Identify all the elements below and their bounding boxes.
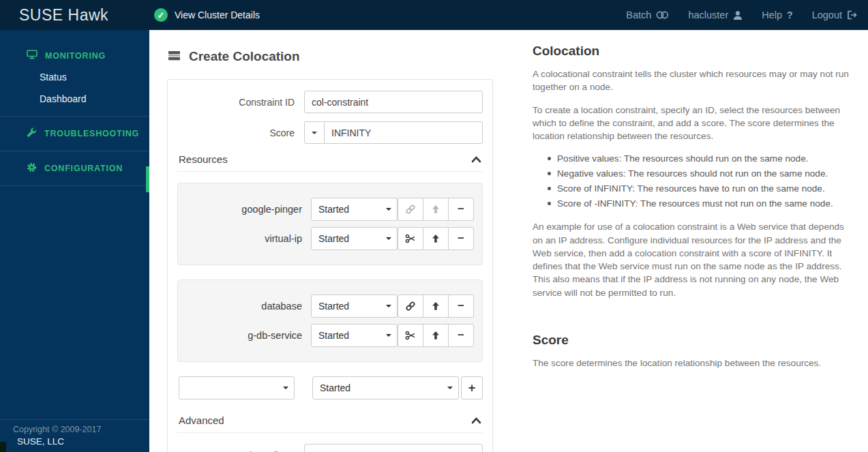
- sidebar-footer: Copyright © 2009-2017 SUSE, LLC: [0, 419, 149, 452]
- sidebar-divider: [0, 151, 149, 151]
- collapse-advanced-button[interactable]: [471, 417, 481, 424]
- move-up-button[interactable]: [423, 198, 449, 221]
- resource-state-select[interactable]: Started: [311, 295, 398, 318]
- link-resource-button[interactable]: [398, 295, 423, 318]
- company-text: SUSE, LLC: [13, 436, 149, 447]
- constraint-id-input[interactable]: [304, 91, 483, 113]
- help-bullet: Negative values: The resources should no…: [557, 168, 849, 180]
- resource-row: google-pinger Started −: [186, 198, 474, 221]
- main-content: Create Colocation Constraint ID Score Re…: [149, 30, 868, 452]
- resource-state-select[interactable]: Started: [311, 198, 398, 221]
- sidebar-divider: [0, 116, 149, 117]
- resource-row: database Started −: [186, 295, 474, 318]
- advanced-section-header: Advanced: [177, 413, 483, 433]
- resource-name: g-db-service: [186, 330, 311, 341]
- remove-resource-button[interactable]: −: [448, 198, 474, 221]
- batch-toggle-icon: [656, 10, 669, 20]
- constraint-id-label: Constraint ID: [177, 97, 304, 108]
- sidebar-item-troubleshooting[interactable]: TROUBLESHOOTING: [0, 123, 149, 145]
- help-paragraph: An example for use of a colocation const…: [533, 220, 849, 299]
- resource-name: database: [186, 301, 311, 312]
- score-label: Score: [177, 127, 304, 138]
- remove-resource-button[interactable]: −: [448, 324, 474, 347]
- remove-resource-button[interactable]: −: [448, 227, 474, 250]
- score-input[interactable]: [324, 121, 483, 144]
- help-icon: ?: [787, 10, 793, 20]
- add-resource-button[interactable]: +: [461, 376, 483, 400]
- help-paragraph: A colocational constraint tells the clus…: [533, 67, 849, 94]
- move-up-button[interactable]: [423, 295, 449, 318]
- help-colocation-title: Colocation: [533, 44, 849, 59]
- gear-icon: [27, 162, 37, 175]
- colocation-list-icon: [168, 49, 181, 64]
- resources-section-header: Resources: [177, 152, 483, 172]
- configuration-label: CONFIGURATION: [44, 164, 123, 173]
- topbar-menu: Batch hacluster Help ? Logout: [626, 10, 868, 20]
- score-dropdown-toggle[interactable]: [304, 121, 325, 144]
- topbar: SUSE Hawk ✓ View Cluster Details Batch h…: [0, 0, 868, 30]
- help-paragraph: To create a location constraint, specify…: [533, 104, 849, 143]
- sidebar-divider: [0, 185, 149, 186]
- unlink-resource-button[interactable]: [398, 227, 423, 250]
- move-up-button[interactable]: [423, 227, 449, 250]
- resource-row: g-db-service Started −: [186, 324, 474, 347]
- logout-button[interactable]: Logout: [812, 10, 857, 20]
- form-card: Constraint ID Score Resources googl: [167, 79, 493, 452]
- resource-group: database Started − g-db-service Star: [177, 280, 483, 362]
- sidebar-item-monitoring[interactable]: MONITORING: [0, 45, 149, 66]
- monitoring-label: MONITORING: [45, 51, 106, 61]
- cluster-ok-icon: ✓: [154, 8, 168, 22]
- create-colocation-form: Create Colocation Constraint ID Score Re…: [167, 45, 493, 452]
- unlink-resource-button[interactable]: [398, 324, 423, 347]
- node-attribute-input[interactable]: [304, 444, 483, 452]
- page-title: Create Colocation: [168, 49, 493, 64]
- logout-label: Logout: [812, 10, 842, 20]
- batch-button[interactable]: Batch: [626, 10, 669, 20]
- help-score-text: The score determines the location relati…: [533, 357, 849, 370]
- sidebar-item-dashboard[interactable]: Dashboard: [0, 88, 149, 110]
- wrench-icon: [27, 127, 37, 140]
- move-up-button[interactable]: [423, 324, 449, 347]
- score-combobox: [304, 121, 483, 144]
- help-bullet: Score of -INFINITY: The resources must n…: [557, 198, 849, 210]
- resource-group: google-pinger Started − virtual-ip S: [177, 183, 483, 265]
- view-cluster-details-link[interactable]: ✓ View Cluster Details: [154, 8, 260, 22]
- new-resource-state-select[interactable]: Started: [312, 376, 459, 400]
- remove-resource-button[interactable]: −: [448, 295, 474, 318]
- help-score-section: Score The score determines the location …: [533, 333, 849, 370]
- batch-label: Batch: [626, 10, 651, 20]
- help-label: Help: [762, 10, 782, 20]
- resource-name: virtual-ip: [186, 233, 311, 244]
- help-bullet: Score of INFINITY: The resources have to…: [557, 183, 849, 195]
- user-menu[interactable]: hacluster: [688, 10, 743, 20]
- node-attribute-label: Node Attribute: [177, 450, 304, 452]
- resource-row: virtual-ip Started −: [186, 227, 474, 250]
- help-button[interactable]: Help ?: [762, 10, 792, 20]
- logout-icon: [847, 10, 857, 20]
- collapse-resources-button[interactable]: [471, 155, 481, 163]
- add-resource-row: Started +: [177, 376, 483, 400]
- resource-state-select[interactable]: Started: [311, 324, 398, 347]
- sidebar: MONITORING Status Dashboard TROUBLESHOOT…: [0, 30, 149, 452]
- monitor-icon: [27, 50, 38, 61]
- copyright-text: Copyright © 2009-2017: [13, 425, 149, 434]
- resource-name: google-pinger: [186, 204, 311, 215]
- page-title-text: Create Colocation: [189, 49, 300, 64]
- app-logo[interactable]: SUSE Hawk: [0, 6, 149, 25]
- troubleshooting-label: TROUBLESHOOTING: [44, 129, 139, 138]
- help-bullet: Positive values: The resources should ru…: [557, 153, 849, 165]
- resources-header-label: Resources: [179, 153, 228, 165]
- sidebar-item-configuration[interactable]: CONFIGURATION: [0, 157, 149, 179]
- help-bullet-list: Positive values: The resources should ru…: [533, 153, 849, 210]
- resource-picker-select[interactable]: [179, 376, 295, 400]
- username-label: hacluster: [688, 10, 728, 20]
- resource-state-select[interactable]: Started: [311, 227, 398, 250]
- help-score-title: Score: [533, 333, 849, 348]
- advanced-header-label: Advanced: [179, 415, 224, 426]
- suse-logo-fragment: [0, 442, 6, 452]
- cluster-link-label: View Cluster Details: [175, 10, 260, 20]
- help-panel: Colocation A colocational constraint tel…: [533, 44, 849, 379]
- link-resource-button[interactable]: [398, 198, 423, 221]
- sidebar-item-status[interactable]: Status: [0, 66, 149, 88]
- user-icon: [733, 10, 743, 20]
